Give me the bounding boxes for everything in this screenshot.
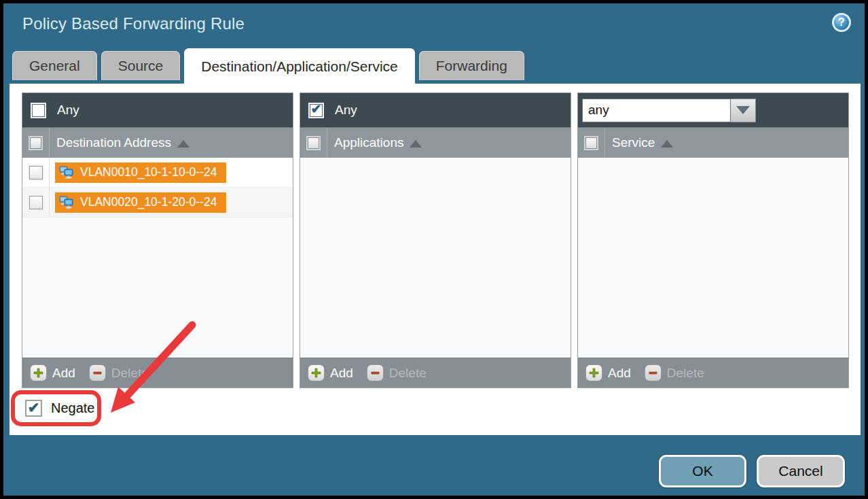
negate-label: Negate bbox=[51, 400, 95, 416]
add-label: Add bbox=[52, 366, 75, 381]
delete-button[interactable]: Delete bbox=[89, 364, 149, 381]
chevron-down-icon bbox=[736, 106, 750, 114]
row-checkbox[interactable] bbox=[29, 196, 43, 209]
add-button[interactable]: Add bbox=[585, 364, 631, 381]
applications-any-label: Any bbox=[335, 103, 357, 118]
service-column-header[interactable]: Service bbox=[578, 127, 848, 158]
service-dropdown-value[interactable]: any bbox=[582, 99, 731, 122]
tab-bar: General Source Destination/Application/S… bbox=[12, 48, 524, 84]
service-select-all-checkbox[interactable] bbox=[585, 137, 597, 149]
destination-column-label: Destination Address bbox=[56, 135, 171, 150]
destination-any-bar: Any bbox=[22, 93, 293, 127]
network-icon bbox=[58, 196, 75, 209]
row-checkbox-cell bbox=[22, 158, 50, 187]
add-button[interactable]: Add bbox=[30, 364, 75, 381]
applications-any-bar: Any bbox=[300, 93, 571, 127]
delete-label: Delete bbox=[111, 366, 149, 381]
help-icon[interactable]: ? bbox=[832, 13, 851, 32]
service-dropdown-bar: any bbox=[578, 93, 848, 127]
minus-icon bbox=[367, 364, 384, 381]
select-all-cell bbox=[22, 128, 50, 158]
address-object-chip[interactable]: VLAN0010_10-1-10-0--24 bbox=[55, 162, 226, 183]
destination-column-header[interactable]: Destination Address bbox=[22, 127, 293, 158]
applications-select-all-checkbox[interactable] bbox=[308, 137, 319, 149]
delete-button[interactable]: Delete bbox=[645, 364, 704, 381]
row-checkbox[interactable] bbox=[29, 166, 43, 179]
service-list bbox=[578, 158, 848, 358]
panels-row: Any Destination Address bbox=[22, 92, 849, 388]
address-object-label: VLAN0020_10-1-20-0--24 bbox=[80, 195, 217, 209]
destination-any-label: Any bbox=[57, 103, 79, 118]
destination-any-checkbox[interactable] bbox=[31, 103, 46, 118]
minus-icon bbox=[89, 364, 106, 381]
applications-list bbox=[300, 158, 571, 358]
delete-button[interactable]: Delete bbox=[367, 364, 427, 381]
sort-ascending-icon bbox=[410, 140, 422, 148]
applications-column-label: Applications bbox=[334, 135, 403, 150]
service-panel: any Service bbox=[577, 92, 849, 388]
cancel-button[interactable]: Cancel bbox=[757, 455, 845, 487]
select-all-cell bbox=[300, 128, 327, 158]
pbf-rule-dialog: Policy Based Forwarding Rule ? General S… bbox=[0, 0, 868, 499]
delete-label: Delete bbox=[667, 366, 704, 381]
address-object-label: VLAN0010_10-1-10-0--24 bbox=[80, 165, 217, 179]
plus-icon bbox=[30, 364, 47, 381]
destination-list: VLAN0010_10-1-10-0--24 bbox=[22, 158, 293, 358]
address-object-chip[interactable]: VLAN0020_10-1-20-0--24 bbox=[55, 192, 226, 213]
network-icon bbox=[58, 166, 75, 179]
tab-content: Any Destination Address bbox=[10, 84, 861, 435]
tab-destination-application-service[interactable]: Destination/Application/Service bbox=[184, 48, 415, 84]
table-row[interactable]: VLAN0020_10-1-20-0--24 bbox=[22, 188, 293, 218]
add-label: Add bbox=[330, 366, 353, 381]
service-footer: Add Delete bbox=[578, 358, 848, 388]
dialog-title: Policy Based Forwarding Rule bbox=[22, 14, 245, 33]
destination-footer: Add Delete bbox=[22, 358, 293, 388]
add-label: Add bbox=[608, 366, 631, 381]
applications-column-header[interactable]: Applications bbox=[300, 127, 571, 158]
service-column-label: Service bbox=[612, 135, 655, 150]
tab-source[interactable]: Source bbox=[101, 51, 181, 80]
sort-ascending-icon bbox=[177, 140, 189, 148]
ok-button[interactable]: OK bbox=[659, 455, 746, 487]
negate-checkbox[interactable] bbox=[25, 400, 42, 417]
applications-footer: Add Delete bbox=[300, 358, 571, 388]
negate-highlight-box: Negate bbox=[11, 390, 101, 426]
tab-general[interactable]: General bbox=[12, 51, 97, 80]
plus-icon bbox=[308, 364, 325, 381]
row-checkbox-cell bbox=[22, 188, 50, 217]
applications-panel: Any Applications Add bbox=[300, 92, 571, 388]
service-dropdown-button[interactable] bbox=[731, 99, 756, 122]
minus-icon bbox=[645, 364, 662, 381]
plus-icon bbox=[585, 364, 602, 381]
add-button[interactable]: Add bbox=[308, 364, 353, 381]
destination-select-all-checkbox[interactable] bbox=[30, 137, 41, 149]
destination-panel: Any Destination Address bbox=[22, 92, 293, 388]
table-row[interactable]: VLAN0010_10-1-10-0--24 bbox=[22, 158, 293, 188]
applications-any-checkbox[interactable] bbox=[308, 103, 324, 118]
service-dropdown[interactable]: any bbox=[582, 99, 756, 122]
delete-label: Delete bbox=[389, 366, 427, 381]
sort-ascending-icon bbox=[661, 140, 673, 148]
tab-forwarding[interactable]: Forwarding bbox=[419, 51, 524, 80]
select-all-cell bbox=[578, 128, 605, 158]
